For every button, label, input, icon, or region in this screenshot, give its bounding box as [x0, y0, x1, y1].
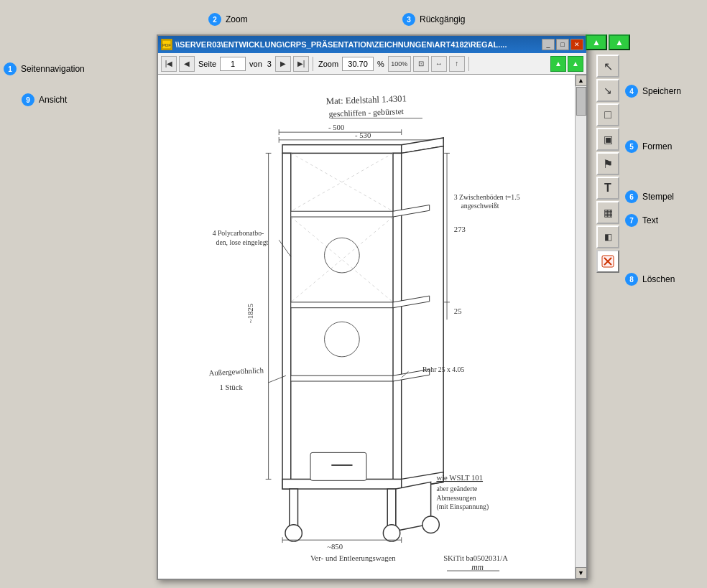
- toolbar-separator-1: [313, 57, 313, 71]
- ansicht-label-text: Ansicht: [39, 95, 67, 105]
- rueckgaengig-label-text: Rückgängig: [420, 14, 465, 24]
- select-tool-button[interactable]: ↘: [596, 79, 619, 102]
- table-tool-button[interactable]: ▦: [596, 201, 619, 224]
- svg-text:Ver- und Entleerungswagen: Ver- und Entleerungswagen: [310, 554, 396, 562]
- rueckgaengig-label-top: 3 Rückgängig: [402, 13, 465, 26]
- zoom-label-top: 2 Zoom: [208, 13, 248, 26]
- app-icon: PDF: [161, 39, 172, 50]
- restore-button[interactable]: □: [556, 39, 569, 50]
- svg-text:~850: ~850: [327, 542, 343, 551]
- scroll-up-button[interactable]: ▲: [576, 75, 587, 86]
- zoom-label-text: Zoom: [226, 14, 248, 24]
- text-label: 7 Text: [625, 214, 658, 227]
- loeschen-label: 8 Löschen: [625, 273, 675, 286]
- cursor-tool-button[interactable]: ↖: [596, 55, 619, 78]
- toolbar-up-button[interactable]: ▲: [550, 56, 566, 72]
- toolbar-green-up1[interactable]: ▲: [586, 34, 607, 50]
- svg-point-37: [383, 525, 399, 541]
- formen-badge: 5: [625, 140, 638, 153]
- page-input[interactable]: [220, 57, 246, 71]
- zoom-label: Zoom: [318, 60, 338, 68]
- next-page-button[interactable]: ▶: [275, 56, 291, 72]
- svg-text:den, lose eingelegt: den, lose eingelegt: [216, 238, 269, 246]
- page-label: Seite: [198, 60, 216, 68]
- ruler-tool-button[interactable]: ◧: [596, 225, 619, 248]
- stamp-tool-button[interactable]: ⚑: [596, 152, 619, 175]
- seitennavigation-badge: 1: [4, 62, 17, 75]
- svg-text:angeschweißt: angeschweißt: [461, 202, 499, 210]
- ansicht-badge: 9: [22, 93, 34, 106]
- page-of-label: von: [249, 60, 262, 68]
- svg-rect-17: [393, 153, 402, 489]
- toolbar-separator-2: [468, 57, 469, 71]
- svg-text:Rohr 25 x 4.05: Rohr 25 x 4.05: [422, 365, 465, 373]
- svg-point-36: [285, 525, 302, 541]
- title-bar: PDF \\SERVER03\ENTWICKLUNG\CRPS_PRÄSENTA…: [158, 36, 586, 53]
- svg-text:SKiTit ba0502031/A: SKiTit ba0502031/A: [443, 554, 508, 562]
- scrollbar-vertical[interactable]: ▲ ▼: [575, 75, 586, 579]
- svg-rect-25: [291, 375, 393, 381]
- svg-text:273: 273: [454, 225, 466, 233]
- minimize-button[interactable]: _: [542, 39, 555, 50]
- svg-text:- 500: - 500: [328, 123, 344, 131]
- zoom-input[interactable]: [342, 57, 374, 71]
- text-tool-button[interactable]: T: [596, 177, 619, 200]
- svg-text:1 Stück: 1 Stück: [219, 383, 243, 391]
- svg-text:- 530: - 530: [355, 131, 371, 139]
- zoom-percent: %: [377, 60, 384, 68]
- svg-rect-16: [282, 153, 291, 489]
- delete-button[interactable]: [596, 250, 619, 273]
- stempel-label-text: Stempel: [642, 192, 674, 202]
- title-bar-left: PDF \\SERVER03\ENTWICKLUNG\CRPS_PRÄSENTA…: [161, 39, 507, 50]
- formen-label: 5 Formen: [625, 140, 672, 153]
- zoom-100-button[interactable]: 100%: [388, 56, 411, 72]
- text-badge: 7: [625, 214, 638, 227]
- rotate-button[interactable]: ↑: [449, 56, 465, 72]
- title-bar-text: \\SERVER03\ENTWICKLUNG\CRPS_PRÄSENTATION…: [175, 40, 507, 49]
- rueckgaengig-badge: 3: [402, 13, 415, 26]
- svg-rect-23: [291, 302, 393, 308]
- toolbar: |◀ ◀ Seite von 3 ▶ ▶| Zoom % 100% ⊡ ↔ ↑ …: [158, 53, 586, 75]
- speichern-badge: 4: [625, 85, 638, 98]
- svg-rect-2: [170, 82, 563, 571]
- main-window: PDF \\SERVER03\ENTWICKLUNG\CRPS_PRÄSENTA…: [157, 34, 588, 580]
- stempel-label: 6 Stempel: [625, 190, 674, 203]
- seitennavigation-label-text: Seitennavigation: [21, 64, 85, 74]
- svg-text:25: 25: [454, 307, 462, 315]
- svg-rect-21: [291, 211, 393, 217]
- svg-text:aber geänderte: aber geänderte: [436, 485, 477, 493]
- toolbar-green-up2[interactable]: ▲: [609, 34, 630, 50]
- svg-marker-18: [402, 146, 443, 489]
- filled-rectangle-button[interactable]: ▣: [596, 128, 619, 151]
- scroll-down-button[interactable]: ▼: [576, 567, 587, 579]
- page-total: 3: [267, 60, 272, 68]
- loeschen-badge: 8: [625, 273, 638, 286]
- speichern-label-text: Speichern: [642, 86, 681, 96]
- text-label-text: Text: [642, 215, 658, 225]
- speichern-label: 4 Speichern: [625, 85, 681, 98]
- drawing-svg: Mat: Edelstahl 1.4301 geschliffen - gebü…: [165, 82, 568, 571]
- svg-rect-14: [282, 145, 402, 154]
- first-page-button[interactable]: |◀: [161, 56, 177, 72]
- svg-text:PDF: PDF: [162, 43, 171, 47]
- svg-text:wie WSLT 101: wie WSLT 101: [436, 473, 483, 482]
- right-toolbar: ▲ ▲ ↖ ↘ □ ▣ ⚑ T ▦ ◧: [595, 34, 621, 273]
- prev-page-button[interactable]: ◀: [179, 56, 195, 72]
- title-bar-buttons: _ □ ✕: [542, 39, 583, 50]
- content-area: Mat: Edelstahl 1.4301 geschliffen - gebü…: [158, 75, 586, 579]
- toolbar-down-button[interactable]: ▲: [568, 56, 583, 72]
- svg-text:mm: mm: [471, 563, 484, 571]
- ansicht-label: 9 Ansicht: [22, 93, 67, 106]
- fit-page-button[interactable]: ⊡: [413, 56, 429, 72]
- svg-text:Abmessungen: Abmessungen: [436, 494, 476, 502]
- close-button[interactable]: ✕: [570, 39, 583, 50]
- svg-text:(mit Einspannung): (mit Einspannung): [436, 503, 489, 511]
- fit-width-button[interactable]: ↔: [431, 56, 447, 72]
- scroll-track[interactable]: [576, 86, 587, 567]
- stempel-badge: 6: [625, 190, 638, 203]
- svg-text:3 Zwischenböden t=1.5: 3 Zwischenböden t=1.5: [454, 193, 520, 201]
- scroll-thumb[interactable]: [576, 87, 586, 116]
- rectangle-tool-button[interactable]: □: [596, 103, 619, 126]
- drawing-area: Mat: Edelstahl 1.4301 geschliffen - gebü…: [158, 75, 575, 579]
- last-page-button[interactable]: ▶|: [293, 56, 309, 72]
